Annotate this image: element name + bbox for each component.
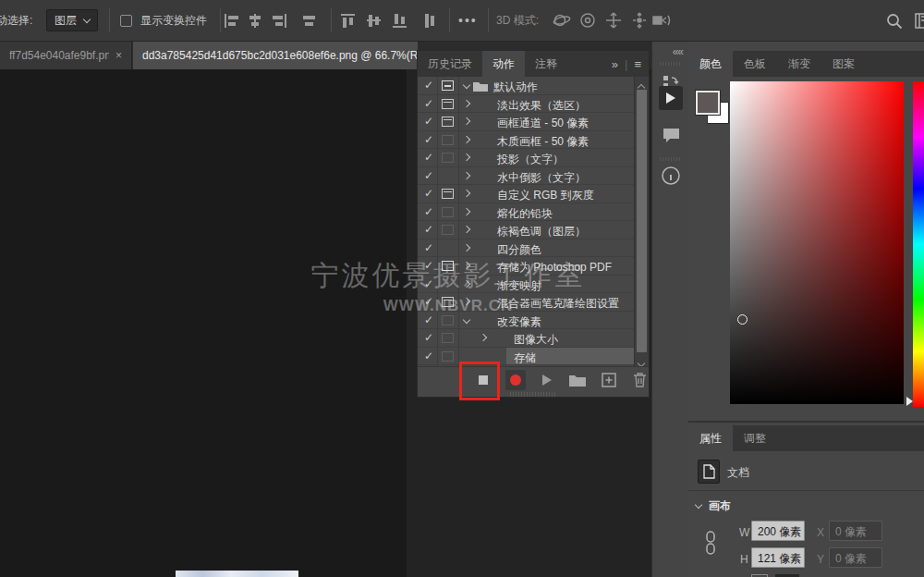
item-enabled-checkmark[interactable]: ✓ <box>424 350 433 362</box>
dock-drag-ridge[interactable] <box>660 62 682 66</box>
layer-select-dropdown[interactable]: 图层 <box>46 9 98 31</box>
collapse-panels-icon[interactable]: «« <box>673 45 683 58</box>
align-left-edges-button[interactable] <box>224 14 239 28</box>
expand-closed-icon[interactable] <box>463 135 470 142</box>
action-row[interactable]: ✓画框通道 - 50 像素 <box>418 113 634 131</box>
scrollbar-thumb[interactable] <box>637 90 647 352</box>
action-row[interactable]: ✓水中倒影（文字） <box>418 167 634 186</box>
expand-closed-icon[interactable] <box>463 190 470 197</box>
dialog-toggle-icon[interactable] <box>442 261 454 271</box>
align-right-edges-button[interactable] <box>272 14 287 28</box>
action-row[interactable]: ✓木质画框 - 50 像素 <box>418 131 634 150</box>
show-transform-checkbox[interactable] <box>120 15 132 27</box>
foreground-background-swatches[interactable] <box>696 91 731 126</box>
item-enabled-checkmark[interactable]: ✓ <box>424 277 433 290</box>
action-row[interactable]: ✓熔化的铅块 <box>418 203 634 222</box>
record-button[interactable] <box>505 370 526 390</box>
dialog-toggle-icon[interactable] <box>442 135 454 145</box>
item-enabled-checkmark[interactable]: ✓ <box>424 259 433 272</box>
3d-pan-button[interactable] <box>604 12 623 29</box>
dialog-toggle-icon[interactable] <box>442 315 454 325</box>
expand-closed-icon[interactable] <box>463 153 470 161</box>
dialog-toggle-icon[interactable] <box>442 153 454 163</box>
dialog-toggle-icon[interactable] <box>442 351 454 362</box>
dialog-toggle-icon[interactable] <box>442 297 454 307</box>
tab-patterns[interactable]: 图案 <box>821 51 866 77</box>
action-row[interactable]: ✓存储 <box>418 348 634 366</box>
expand-closed-icon[interactable] <box>463 171 470 178</box>
align-vertical-centers-button[interactable] <box>248 14 263 28</box>
3d-orbit-button[interactable] <box>551 12 571 29</box>
info-panel-button[interactable] <box>659 164 683 188</box>
expand-closed-icon[interactable] <box>463 243 470 251</box>
distribute-horizontal-button[interactable] <box>301 14 317 28</box>
color-field[interactable] <box>730 81 904 404</box>
action-row[interactable]: ✓混合器画笔克隆绘图设置 <box>418 293 634 312</box>
dialog-toggle-icon[interactable] <box>442 117 454 127</box>
x-input[interactable]: 0 像素 <box>829 521 882 541</box>
tab-history[interactable]: 历史记录 <box>418 51 482 77</box>
item-enabled-checkmark[interactable]: ✓ <box>424 205 433 218</box>
tab-notes[interactable]: 注释 <box>525 51 567 77</box>
item-enabled-checkmark[interactable]: ✓ <box>424 133 433 146</box>
expand-closed-icon[interactable] <box>463 262 470 269</box>
notes-panel-button[interactable] <box>659 123 683 147</box>
y-input[interactable]: 0 像素 <box>829 547 882 568</box>
tab-actions[interactable]: 动作 <box>482 51 525 77</box>
distribute-vertical-button[interactable] <box>421 14 437 28</box>
action-row[interactable]: ✓四分颜色 <box>418 239 634 258</box>
tab-gradients[interactable]: 渐变 <box>777 51 821 77</box>
tab-color[interactable]: 颜色 <box>688 51 733 77</box>
action-row[interactable]: ✓自定义 RGB 到灰度 <box>418 185 634 203</box>
document-tab-active[interactable]: dd3a785425d41d675bc2d031e608ef6e.png @ 6… <box>133 42 418 69</box>
panel-menu-icon[interactable]: ≡ <box>634 57 641 71</box>
expand-closed-icon[interactable] <box>480 334 487 341</box>
new-set-button[interactable] <box>568 371 589 389</box>
item-enabled-checkmark[interactable]: ✓ <box>424 331 433 344</box>
action-row[interactable]: ✓淡出效果（选区） <box>418 95 634 114</box>
3d-camera-button[interactable] <box>652 13 673 28</box>
expand-closed-icon[interactable] <box>463 99 470 106</box>
expand-open-icon[interactable] <box>463 81 470 89</box>
hue-slider-pointer[interactable] <box>906 397 913 406</box>
dialog-toggle-icon[interactable] <box>442 225 454 235</box>
item-enabled-checkmark[interactable]: ✓ <box>424 79 433 92</box>
play-button[interactable] <box>538 371 556 389</box>
expand-open-icon[interactable] <box>463 315 470 323</box>
panel-expand-icon[interactable]: » <box>612 57 618 71</box>
expand-closed-icon[interactable] <box>463 207 470 215</box>
tab-close-icon[interactable]: × <box>116 49 122 62</box>
dialog-toggle-icon[interactable] <box>442 333 454 343</box>
dialog-toggle-icon[interactable] <box>442 189 454 199</box>
action-row[interactable]: ✓投影（文字） <box>418 149 634 167</box>
align-middle-button[interactable] <box>366 14 382 28</box>
dialog-toggle-icon[interactable] <box>442 207 454 217</box>
item-enabled-checkmark[interactable]: ✓ <box>424 241 433 254</box>
section-collapse-icon[interactable] <box>695 501 702 509</box>
canvas-section-header[interactable]: 画布 <box>696 498 731 514</box>
3d-roll-button[interactable] <box>578 12 597 29</box>
more-options-button[interactable]: ••• <box>458 0 478 42</box>
item-enabled-checkmark[interactable]: ✓ <box>424 187 433 200</box>
item-enabled-checkmark[interactable]: ✓ <box>424 151 433 164</box>
align-bottom-edges-button[interactable] <box>392 14 407 28</box>
expand-closed-icon[interactable] <box>463 279 470 287</box>
panel-resize-grip[interactable] <box>510 392 556 397</box>
hue-slider[interactable] <box>913 81 924 407</box>
action-row[interactable]: ✓渐变映射 <box>418 276 634 294</box>
dialog-toggle-icon[interactable] <box>442 80 454 91</box>
link-dimensions-toggle[interactable] <box>705 531 716 555</box>
color-picker-ring[interactable] <box>737 314 748 325</box>
actions-panel-button[interactable] <box>659 86 683 110</box>
dock-drag-ridge[interactable] <box>660 157 682 161</box>
tab-adjustments[interactable]: 调整 <box>733 425 777 451</box>
3d-slide-button[interactable] <box>630 12 649 29</box>
document-tab-inactive[interactable]: ff7d54e040afe9bf.png × <box>0 42 132 69</box>
action-row[interactable]: ✓图像大小 <box>418 329 634 348</box>
dialog-toggle-icon[interactable] <box>442 99 454 109</box>
action-row[interactable]: ✓默认动作 <box>418 77 634 95</box>
tab-swatches[interactable]: 色板 <box>733 51 777 77</box>
item-enabled-checkmark[interactable]: ✓ <box>424 169 433 182</box>
action-row[interactable]: ✓改变像素 <box>418 312 634 330</box>
item-enabled-checkmark[interactable]: ✓ <box>424 97 433 110</box>
